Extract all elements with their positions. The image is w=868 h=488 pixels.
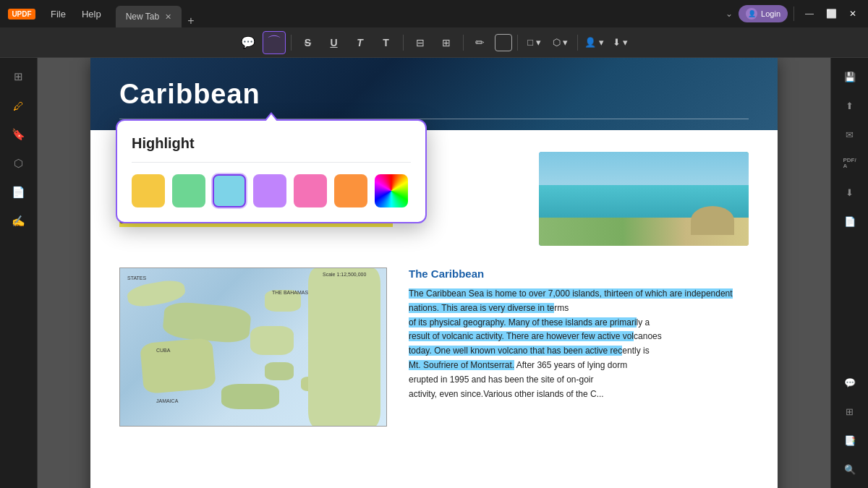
sidebar-right-save[interactable]: 💾 (837, 64, 863, 90)
sidebar-right-grid[interactable]: ⊞ (837, 398, 863, 424)
photo-rocks (691, 206, 734, 235)
right-sidebar: 💾 ⬆ ✉ PDF/A ⬇ 📄 💬 ⊞ 📑 🔍 (830, 58, 868, 488)
color-light-blue[interactable] (213, 174, 246, 207)
map-scale: Scale 1:12,500,000 (323, 272, 366, 277)
annotation-toolbar: 💬 ⌒ S U T T ⊟ ⊞ ✏ □ ▾ ⬡ ▾ 👤 ▾ ⬇ ▾ (0, 27, 868, 58)
login-button[interactable]: 👤 Login (739, 5, 788, 22)
chevron-down-icon[interactable]: ⌄ (723, 6, 736, 22)
highlight-color-options (132, 174, 411, 207)
help-menu[interactable]: Help (75, 6, 109, 22)
map-land-3 (250, 326, 294, 355)
highlighted-text-3: result of volcanic activity. There are h… (409, 331, 634, 341)
caribbean-map: CUBA THE BAHAMAS STATES JAMAICA Scale 1:… (119, 267, 387, 427)
caribbean-section-title: The Caribbean (409, 267, 749, 280)
tab-close-button[interactable]: ✕ (165, 12, 171, 22)
sidebar-item-signatures[interactable]: ✍ (6, 208, 32, 234)
app-logo: UPDF (0, 0, 43, 27)
sidebar-right-pdf[interactable]: PDF/A (837, 150, 863, 176)
sidebar-right-document[interactable]: 📄 (837, 208, 863, 234)
callout-tool-button[interactable]: ⊞ (435, 31, 458, 54)
title-bar: UPDF File Help New Tab ✕ + ⌄ 👤 Login — ⬜… (0, 0, 868, 27)
tab-label: New Tab (126, 12, 159, 22)
pdf-lower-content: CUBA THE BAHAMAS STATES JAMAICA Scale 1:… (90, 267, 778, 448)
left-sidebar: ⊞ 🖊 🔖 ⬡ 📄 ✍ (0, 58, 38, 488)
map-label-jamaica: JAMAICA (156, 398, 178, 403)
map-label-bahamas: THE BAHAMAS (272, 290, 308, 295)
pencil-tool-button[interactable]: ✏ (469, 31, 492, 54)
caribbean-photo (539, 152, 749, 246)
user-avatar: 👤 (746, 8, 757, 20)
strikethrough-tool-button[interactable]: S (297, 31, 320, 54)
pdf-page-title: Caribbean (119, 79, 260, 110)
tabs-area: New Tab ✕ + (109, 0, 723, 27)
highlight-tool-button[interactable]: ⌒ (263, 31, 286, 54)
toolbar-separator-2 (403, 35, 404, 51)
map-label-states: STATES (127, 275, 146, 281)
sidebar-item-attachments[interactable]: 📄 (6, 179, 32, 205)
comment-tool-button[interactable]: 💬 (237, 31, 260, 54)
map-land-cuba (140, 338, 216, 394)
updf-brand: UPDF (8, 9, 35, 20)
toolbar-separator-4 (517, 35, 518, 51)
sidebar-item-bookmarks[interactable]: 🔖 (6, 121, 32, 147)
sidebar-right-download[interactable]: ⬇ (837, 179, 863, 205)
highlighted-text-5: Mt. Soufriere of Montserrat. (409, 360, 514, 370)
highlight-color-popup: Highlight (116, 119, 427, 223)
toolbar-separator-3 (463, 35, 464, 51)
map-land-4 (265, 362, 294, 380)
toolbar-separator-1 (291, 35, 292, 51)
sidebar-right-upload[interactable]: ⬆ (837, 93, 863, 119)
map-land-mainland (308, 268, 380, 427)
highlighted-text-2: of its physical geography. Many of these… (409, 317, 637, 328)
lasso-tool-button[interactable]: ⬡ ▾ (549, 31, 572, 54)
color-green[interactable] (172, 174, 205, 207)
textbox-tool-button[interactable]: ⊟ (409, 31, 432, 54)
caribbean-text-section: The Caribbean The Caribbean Sea is home … (409, 267, 749, 427)
highlight-popup-title: Highlight (132, 135, 411, 152)
highlighted-text-4: today. One well known volcano that has b… (409, 346, 622, 356)
stamp-tool-button[interactable]: ⬇ ▾ (609, 31, 632, 54)
photo-column (539, 152, 749, 246)
map-label-cuba: CUBA (156, 348, 170, 353)
pdf-viewer: Caribbean QUESTIONS TO GUIDE INQUIRY 1. … (38, 58, 830, 488)
new-tab[interactable]: New Tab ✕ (116, 6, 182, 27)
sidebar-right-pages[interactable]: 📑 (837, 427, 863, 453)
map-land-7 (221, 384, 279, 409)
title-bar-right: ⌄ 👤 Login — ⬜ ✕ (723, 4, 868, 23)
text-tool-1-button[interactable]: T (349, 31, 372, 54)
highlight-popup-divider (132, 162, 411, 163)
text-tool-2-button[interactable]: T (375, 31, 398, 54)
color-yellow[interactable] (132, 174, 165, 207)
close-button[interactable]: ✕ (843, 4, 862, 23)
sidebar-item-thumbnail[interactable]: ⊞ (6, 64, 32, 90)
shapes-dropdown-button[interactable]: □ ▾ (523, 31, 546, 54)
minimize-button[interactable]: — (800, 4, 819, 23)
map-land-2 (162, 301, 252, 344)
color-pink[interactable] (294, 174, 327, 207)
file-menu[interactable]: File (43, 6, 73, 22)
menu-bar: File Help (43, 6, 109, 22)
toolbar-separator-5 (577, 35, 578, 51)
login-label: Login (761, 9, 780, 18)
right-sidebar-bottom: 💬 ⊞ 📑 🔍 (837, 369, 863, 488)
sidebar-item-search[interactable]: ⬡ (6, 150, 32, 176)
highlighted-caribbean-text: The Caribbean Sea is home to over 7,000 … (409, 288, 733, 313)
shape-tool-button[interactable] (495, 34, 512, 51)
color-purple[interactable] (253, 174, 286, 207)
color-rainbow[interactable] (375, 174, 408, 207)
sidebar-right-zoom[interactable]: 🔍 (837, 456, 863, 482)
maximize-button[interactable]: ⬜ (822, 4, 841, 23)
main-area: ⊞ 🖊 🔖 ⬡ 📄 ✍ Caribbean QUESTIONS TO GUIDE… (0, 58, 868, 488)
sidebar-right-email[interactable]: ✉ (837, 121, 863, 147)
sidebar-item-highlight[interactable]: 🖊 (6, 93, 32, 119)
add-tab-button[interactable]: + (182, 14, 200, 27)
underline-tool-button[interactable]: U (323, 31, 346, 54)
sidebar-right-chat[interactable]: 💬 (837, 369, 863, 395)
signature-tool-button[interactable]: 👤 ▾ (583, 31, 606, 54)
caribbean-body-text: The Caribbean Sea is home to over 7,000 … (409, 287, 749, 401)
color-orange[interactable] (334, 174, 367, 207)
